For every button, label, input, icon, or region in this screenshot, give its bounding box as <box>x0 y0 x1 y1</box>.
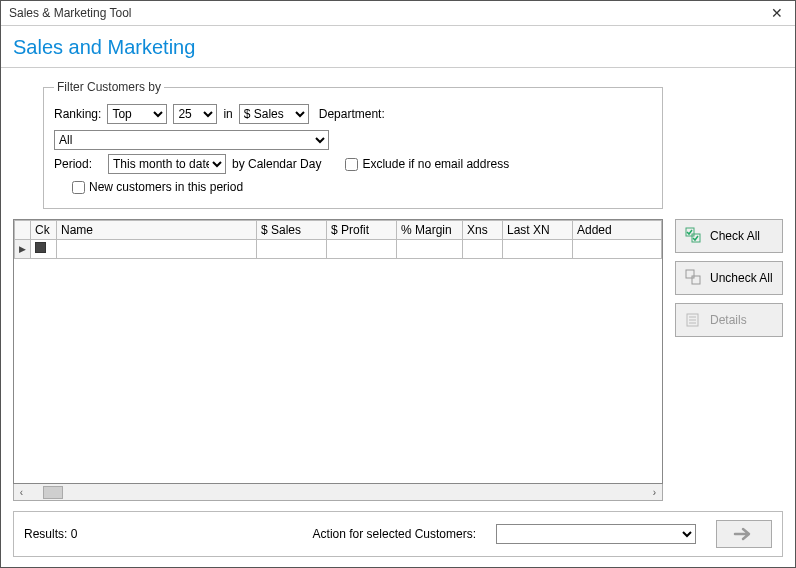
side-buttons: Check All Uncheck All <box>675 219 783 501</box>
action-label: Action for selected Customers: <box>313 527 476 541</box>
department-label: Department: <box>319 107 385 121</box>
horizontal-scrollbar[interactable]: ‹ › <box>13 484 663 501</box>
exclude-email-input[interactable] <box>345 158 358 171</box>
cell-profit <box>327 240 397 259</box>
cell-added <box>573 240 662 259</box>
col-ck[interactable]: Ck <box>31 221 57 240</box>
cell-sales <box>257 240 327 259</box>
ranking-label: Ranking: <box>54 107 101 121</box>
period-label: Period: <box>54 157 102 171</box>
new-customers-input[interactable] <box>72 181 85 194</box>
uncheck-all-icon <box>684 268 704 288</box>
body-row: Ck Name $ Sales $ Profit % Margin Xns La… <box>13 219 783 501</box>
count-select[interactable]: 25 <box>173 104 217 124</box>
exclude-email-checkbox[interactable]: Exclude if no email address <box>345 157 509 171</box>
check-all-button[interactable]: Check All <box>675 219 783 253</box>
department-select[interactable]: All <box>54 130 329 150</box>
close-icon[interactable]: ✕ <box>765 5 789 21</box>
details-icon <box>684 310 704 330</box>
scroll-right-icon[interactable]: › <box>647 487 662 498</box>
period-select[interactable]: This month to date <box>108 154 226 174</box>
row-check-cell[interactable] <box>31 240 57 259</box>
scroll-thumb[interactable] <box>43 486 63 499</box>
by-label: by Calendar Day <box>232 157 321 171</box>
check-all-label: Check All <box>710 229 760 243</box>
cell-lastxn <box>503 240 573 259</box>
in-label: in <box>223 107 232 121</box>
ranking-select[interactable]: Top <box>107 104 167 124</box>
action-select[interactable] <box>496 524 696 544</box>
grid-table: Ck Name $ Sales $ Profit % Margin Xns La… <box>14 220 662 259</box>
filter-row-1: Ranking: Top 25 in $ Sales Department: A… <box>54 104 652 150</box>
details-label: Details <box>710 313 747 327</box>
col-sales[interactable]: $ Sales <box>257 221 327 240</box>
new-customers-label: New customers in this period <box>89 180 243 194</box>
grid-corner <box>15 221 31 240</box>
uncheck-all-label: Uncheck All <box>710 271 773 285</box>
window-title: Sales & Marketing Tool <box>9 6 132 20</box>
grid-header-row: Ck Name $ Sales $ Profit % Margin Xns La… <box>15 221 662 240</box>
col-lastxn[interactable]: Last XN <box>503 221 573 240</box>
details-button: Details <box>675 303 783 337</box>
results-bar: Results: 0 Action for selected Customers… <box>13 511 783 557</box>
svg-rect-2 <box>686 270 694 278</box>
new-customers-checkbox[interactable]: New customers in this period <box>72 180 243 194</box>
check-all-icon <box>684 226 704 246</box>
col-added[interactable]: Added <box>573 221 662 240</box>
filter-legend: Filter Customers by <box>54 80 164 94</box>
exclude-email-label: Exclude if no email address <box>362 157 509 171</box>
checkbox-icon[interactable] <box>35 242 46 253</box>
table-row[interactable] <box>15 240 662 259</box>
titlebar: Sales & Marketing Tool ✕ <box>1 1 795 26</box>
cell-margin <box>397 240 463 259</box>
scroll-left-icon[interactable]: ‹ <box>14 487 29 498</box>
col-name[interactable]: Name <box>57 221 257 240</box>
customer-grid[interactable]: Ck Name $ Sales $ Profit % Margin Xns La… <box>13 219 663 484</box>
col-profit[interactable]: $ Profit <box>327 221 397 240</box>
row-pointer-icon <box>15 240 31 259</box>
col-margin[interactable]: % Margin <box>397 221 463 240</box>
metric-select[interactable]: $ Sales <box>239 104 309 124</box>
filter-group: Filter Customers by Ranking: Top 25 in $… <box>43 80 663 209</box>
cell-xns <box>463 240 503 259</box>
page-title: Sales and Marketing <box>1 26 795 68</box>
svg-rect-3 <box>692 276 700 284</box>
uncheck-all-button[interactable]: Uncheck All <box>675 261 783 295</box>
results-count: Results: 0 <box>24 527 77 541</box>
arrow-right-icon <box>733 527 755 541</box>
filter-row-2: Period: This month to date by Calendar D… <box>54 154 652 194</box>
main-panel: Filter Customers by Ranking: Top 25 in $… <box>1 68 795 568</box>
col-xns[interactable]: Xns <box>463 221 503 240</box>
cell-name <box>57 240 257 259</box>
grid-wrap: Ck Name $ Sales $ Profit % Margin Xns La… <box>13 219 663 501</box>
action-go-button[interactable] <box>716 520 772 548</box>
